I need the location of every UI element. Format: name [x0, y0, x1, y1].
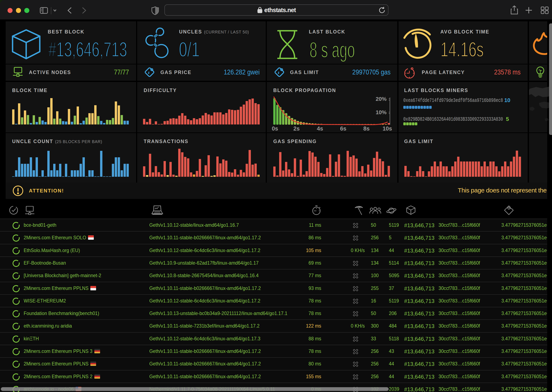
svg-text:14.16s: 14.16s	[440, 38, 484, 61]
svg-text:6s: 6s	[340, 126, 346, 132]
svg-text:20%: 20%	[376, 96, 387, 102]
svg-text:4s: 4s	[317, 126, 323, 132]
svg-text:8 s ago: 8 s ago	[309, 38, 355, 62]
svg-text:10s: 10s	[383, 126, 392, 132]
svg-text:#13,646,713: #13,646,713	[48, 38, 127, 61]
svg-text:0s: 0s	[272, 126, 278, 132]
svg-text:0/1: 0/1	[179, 38, 200, 61]
svg-text:2s: 2s	[293, 126, 300, 132]
svg-text:8s: 8s	[363, 126, 370, 132]
svg-text:10%: 10%	[376, 109, 387, 115]
